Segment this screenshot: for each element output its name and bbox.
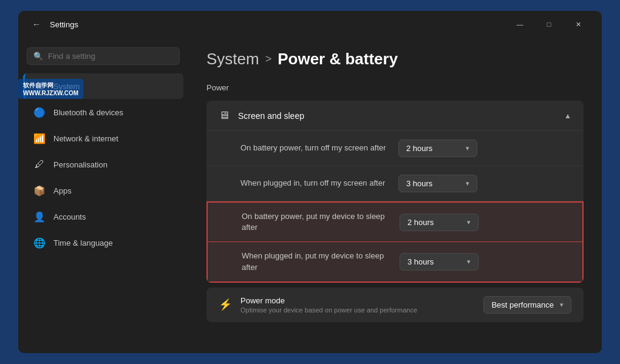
sidebar-item-apps[interactable]: 📦 Apps (23, 178, 183, 203)
power-mode-value: Best performance (491, 300, 554, 309)
personalisation-icon: 🖊 (33, 158, 46, 171)
search-box[interactable]: 🔍 (27, 47, 180, 65)
power-mode-subtitle: Optimise your device based on power use … (240, 306, 417, 314)
plugged-sleep-value: 3 hours (407, 257, 434, 266)
dropdown-arrow-icon: ▾ (467, 258, 471, 266)
power-mode-title: Power mode (240, 296, 417, 305)
breadcrumb: System > Power & battery (206, 50, 584, 69)
breadcrumb-separator: > (265, 53, 272, 66)
power-mode-dropdown[interactable]: Best performance ▾ (483, 296, 571, 314)
window-controls: — □ ✕ (506, 15, 592, 34)
sidebar-label-bluetooth: Bluetooth & devices (53, 108, 123, 117)
search-icon: 🔍 (33, 52, 43, 61)
sidebar-item-time[interactable]: 🌐 Time & language (23, 230, 183, 255)
plugged-screen-off-value: 3 hours (406, 179, 432, 188)
screen-sleep-title: Screen and sleep (238, 111, 556, 121)
dropdown-arrow-icon: ▾ (560, 301, 564, 309)
sidebar-item-bluetooth[interactable]: 🔵 Bluetooth & devices (23, 99, 183, 125)
dropdown-arrow-icon: ▾ (466, 180, 469, 187)
battery-screen-off-dropdown[interactable]: 2 hours ▾ (398, 140, 477, 157)
power-mode-info: ⚡ Power mode Optimise your device based … (219, 296, 483, 314)
plugged-screen-off-label: When plugged in, turn off my screen afte… (240, 178, 398, 189)
breadcrumb-current: Power & battery (278, 50, 398, 69)
sidebar-item-personalisation[interactable]: 🖊 Personalisation (23, 152, 183, 177)
screen-sleep-card: 🖥 Screen and sleep ▲ On battery power, t… (206, 101, 584, 283)
sidebar-item-accounts[interactable]: 👤 Accounts (23, 204, 183, 229)
power-mode-icon: ⚡ (219, 298, 232, 311)
maximize-button[interactable]: □ (535, 15, 563, 34)
sidebar-label-accounts: Accounts (53, 212, 86, 221)
content-area: 🔍 🖥 System 🔵 Bluetooth & devices 📶 Netwo… (18, 38, 602, 353)
sidebar-label-network: Network & internet (53, 134, 118, 143)
sidebar-item-network[interactable]: 📶 Network & internet (23, 126, 183, 151)
screen-sleep-header[interactable]: 🖥 Screen and sleep ▲ (206, 101, 584, 131)
power-mode-card: ⚡ Power mode Optimise your device based … (206, 288, 584, 322)
titlebar: ← Settings — □ ✕ (18, 11, 602, 38)
time-icon: 🌐 (33, 236, 46, 249)
power-mode-text: Power mode Optimise your device based on… (240, 296, 417, 314)
dropdown-arrow-icon: ▾ (466, 144, 469, 152)
breadcrumb-parent: System (206, 50, 259, 69)
main-content: System > Power & battery Power 🖥 Screen … (188, 38, 602, 353)
network-icon: 📶 (33, 132, 46, 145)
accounts-icon: 👤 (33, 210, 46, 223)
apps-icon: 📦 (33, 184, 46, 197)
plugged-sleep-dropdown[interactable]: 3 hours ▾ (400, 253, 479, 271)
plugged-screen-off-row: When plugged in, turn off my screen afte… (206, 166, 584, 201)
chevron-up-icon: ▲ (564, 112, 571, 120)
plugged-sleep-label: When plugged in, put my device to sleep … (242, 251, 400, 272)
battery-sleep-value: 2 hours (407, 218, 434, 227)
battery-screen-off-value: 2 hours (406, 144, 432, 153)
screen-icon: 🖥 (219, 109, 230, 122)
search-input[interactable] (48, 52, 173, 61)
dropdown-arrow-icon: ▾ (467, 218, 471, 226)
sidebar-label-personalisation: Personalisation (53, 160, 107, 169)
sidebar-label-apps: Apps (53, 186, 72, 195)
bluetooth-icon: 🔵 (33, 106, 46, 119)
battery-sleep-dropdown[interactable]: 2 hours ▾ (400, 214, 479, 231)
battery-sleep-row: On battery power, put my device to sleep… (206, 201, 584, 242)
minimize-button[interactable]: — (506, 15, 534, 34)
plugged-screen-off-dropdown[interactable]: 3 hours ▾ (398, 175, 477, 192)
back-button[interactable]: ← (28, 16, 45, 33)
watermark: 软件自学网WWW.RJZXW.COM (18, 79, 83, 99)
settings-window: ← Settings — □ ✕ 🔍 🖥 System 🔵 Bluetooth … (18, 11, 602, 353)
close-button[interactable]: ✕ (564, 15, 592, 34)
section-label-power: Power (206, 81, 584, 95)
battery-screen-off-row: On battery power, turn off my screen aft… (206, 131, 584, 166)
power-mode-row: ⚡ Power mode Optimise your device based … (206, 288, 584, 322)
plugged-sleep-row: When plugged in, put my device to sleep … (206, 242, 584, 282)
battery-screen-off-label: On battery power, turn off my screen aft… (240, 143, 398, 153)
window-title: Settings (50, 20, 78, 29)
battery-sleep-label: On battery power, put my device to sleep… (242, 211, 400, 233)
sidebar-label-time: Time & language (53, 238, 113, 248)
